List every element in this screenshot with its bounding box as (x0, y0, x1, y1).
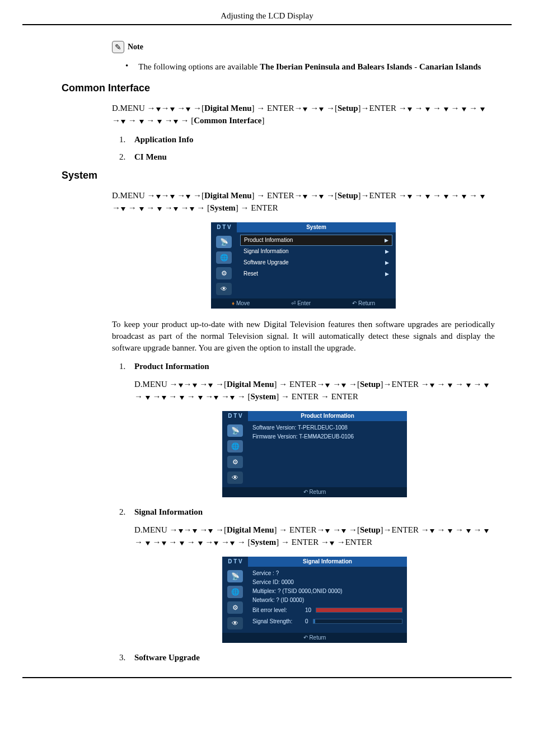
header-rule (22, 24, 512, 25)
down-arrow-icon (146, 396, 150, 400)
step-ci-menu: CI Menu (128, 152, 495, 162)
scr-main: Service : ? Service ID: 0000 Multiplex: … (248, 567, 407, 633)
down-arrow-icon (174, 207, 178, 211)
down-arrow-icon (484, 384, 489, 388)
page-header: Adjusting the LCD Display (22, 0, 512, 24)
footer-enter: ⏎ Enter (291, 300, 311, 306)
info-firmware-version: Firmware Version: T-EMMA2DEUB-0106 (252, 432, 402, 441)
down-arrow-icon (480, 108, 485, 111)
menu-item-signal-info[interactable]: Signal Information▶ (240, 246, 392, 257)
bit-error-row: Bit error level: 10 (252, 605, 402, 616)
step-software-upgrade: Software Upgrade (128, 653, 495, 662)
scr-main: Product Information▶ Signal Information▶… (237, 232, 396, 298)
section-common-interface: Common Interface (22, 82, 512, 94)
down-arrow-icon (121, 207, 125, 211)
scr-title: Signal Information (248, 557, 407, 567)
step-application-info: Application Info (128, 135, 495, 144)
bullet-marker: • (125, 61, 128, 73)
down-arrow-icon (162, 542, 166, 545)
info-multiplex: Multiplex: ? (TSID 0000,ONID 0000) (252, 587, 402, 596)
down-arrow-icon (319, 108, 324, 111)
scr-footer: ♦ Move ⏎ Enter ↶ Return (211, 298, 396, 309)
menu-item-reset[interactable]: Reset▶ (240, 268, 392, 279)
down-arrow-icon (341, 529, 346, 533)
menu-item-product-info[interactable]: Product Information▶ (240, 235, 392, 246)
down-arrow-icon (208, 529, 213, 533)
down-arrow-icon (156, 195, 161, 199)
dish-icon: 📡 (227, 570, 243, 582)
scr-body: 📡 🌐 ⚙ 👁 Service : ? Service ID: 0000 Mul… (222, 567, 407, 633)
scr-body: 📡 🌐 ⚙ 👁 Product Information▶ Signal Info… (211, 232, 396, 298)
down-arrow-icon (179, 384, 183, 388)
dish-icon: 📡 (227, 424, 243, 437)
steps-common-interface: Application Info CI Menu (125, 135, 495, 162)
scr-footer: ↶ Return (222, 633, 407, 643)
path-product-info: D.MENU →→ → →[Digital Menu] → ENTER→ → →… (134, 378, 495, 403)
down-arrow-icon (208, 384, 213, 388)
down-arrow-icon (325, 529, 330, 533)
screenshot-product-info: D T V Product Information 📡 🌐 ⚙ 👁 Softwa… (222, 411, 407, 497)
note-line: ✎ Note (112, 41, 495, 53)
info-service-id: Service ID: 0000 (252, 578, 402, 587)
down-arrow-icon (157, 120, 162, 124)
gear-icon: ⚙ (227, 456, 243, 468)
down-arrow-icon (303, 108, 307, 111)
down-arrow-icon (198, 396, 203, 400)
screenshot-signal-info: D T V Signal Information 📡 🌐 ⚙ 👁 Service… (222, 557, 407, 643)
gear-icon: ⚙ (216, 267, 232, 279)
scr-header: D T V System (211, 222, 396, 232)
heading-system: System (62, 170, 495, 181)
info-network: Network: ? (ID 0000) (252, 596, 402, 605)
ci-body: D.MENU →→ → →[Digital Menu] → ENTER→ → →… (22, 102, 512, 162)
down-arrow-icon (319, 195, 324, 199)
down-arrow-icon (170, 195, 175, 199)
down-arrow-icon (466, 384, 471, 388)
info-service: Service : ? (252, 569, 402, 578)
down-arrow-icon (341, 384, 346, 388)
step-signal-information: Signal Information D.MENU →→ → →[Digital… (128, 507, 495, 643)
down-arrow-icon (190, 207, 194, 211)
down-arrow-icon (462, 195, 466, 199)
path-common-interface: D.MENU →→ → →[Digital Menu] → ENTER→ → →… (112, 102, 495, 127)
down-arrow-icon (121, 120, 125, 124)
down-arrow-icon (180, 396, 184, 400)
steps-system: Product Information D.MENU →→ → →[Digita… (125, 362, 495, 662)
down-arrow-icon (425, 108, 430, 111)
down-arrow-icon (193, 384, 197, 388)
down-arrow-icon (170, 108, 175, 111)
down-arrow-icon (484, 529, 489, 533)
globe-icon: 🌐 (216, 251, 232, 264)
chevron-right-icon: ▶ (385, 271, 389, 277)
scr-title: Product Information (248, 411, 407, 421)
down-arrow-icon (303, 195, 307, 199)
menu-item-software-upgrade[interactable]: Software Upgrade▶ (240, 257, 392, 268)
down-arrow-icon (180, 542, 184, 545)
down-arrow-icon (407, 108, 412, 111)
screenshot-system-menu: D T V System 📡 🌐 ⚙ 👁 Product Information… (211, 222, 396, 309)
down-arrow-icon (430, 529, 434, 533)
bit-error-bar (316, 608, 402, 613)
down-arrow-icon (480, 195, 485, 199)
down-arrow-icon (157, 207, 162, 211)
down-arrow-icon (146, 542, 150, 545)
down-arrow-icon (330, 542, 334, 545)
footer-rule (22, 677, 512, 678)
down-arrow-icon (448, 529, 452, 533)
eye-icon: 👁 (227, 617, 243, 629)
scr-tag: D T V (211, 222, 237, 232)
down-arrow-icon (448, 384, 452, 388)
down-arrow-icon (462, 108, 466, 111)
down-arrow-icon (230, 396, 235, 400)
scr-sidebar: 📡 🌐 ⚙ 👁 (222, 567, 248, 633)
down-arrow-icon (444, 195, 448, 199)
down-arrow-icon (198, 542, 203, 545)
down-arrow-icon (425, 195, 430, 199)
gear-icon: ⚙ (227, 601, 243, 614)
down-arrow-icon (193, 529, 197, 533)
eye-icon: 👁 (216, 283, 232, 295)
scr-body: 📡 🌐 ⚙ 👁 Software Version: T-PERLDEUC-100… (222, 421, 407, 487)
scr-header: D T V Product Information (222, 411, 407, 421)
down-arrow-icon (325, 384, 330, 388)
system-description: To keep your product up-to-date with new… (112, 319, 495, 354)
globe-icon: 🌐 (227, 440, 243, 452)
